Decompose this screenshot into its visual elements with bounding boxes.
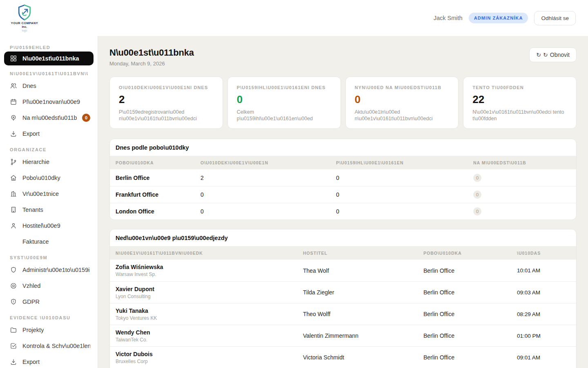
branch-name: Berlin Office — [423, 354, 517, 361]
sidebar-item-label: Export — [22, 130, 40, 137]
column-header: P\u0159ihl\u00e1\u0161en — [336, 160, 473, 165]
building-icon — [10, 190, 17, 197]
sidebar-item[interactable]: Export — [0, 354, 98, 368]
page-title-block: N\u00e1st\u011bnka Monday, March 9, 2026 — [109, 47, 194, 67]
sidebar-section-label: N\u00e1v\u0161t\u011bvn\u00edci — [10, 71, 88, 76]
logout-button[interactable]: Odhlásit se — [534, 11, 576, 25]
tenant-building-icon — [10, 206, 17, 213]
visitor-company: Bruxelles Corp — [116, 359, 303, 364]
sidebar-section-label: P\u0159ehled — [10, 45, 88, 50]
column-header: Pobo\u010dka — [116, 160, 200, 165]
arrival-table-row: Yuki TanakaTokyo Ventures KKTheo WolffBe… — [110, 303, 576, 325]
visitor-cell: Yuki TanakaTokyo Ventures KK — [116, 307, 303, 321]
top-header: YOUR COMPANY Inc. logo Jack Smith Admin … — [0, 0, 588, 36]
sidebar-item[interactable]: N\u00e1st\u011bnka — [4, 52, 94, 65]
sidebar-item[interactable]: Kontrola & Schv\u00e1len\u00ed — [0, 338, 98, 354]
column-header: O\u010dek\u00e1v\u00e1n — [200, 160, 336, 165]
host-name: Thea Wolf — [303, 267, 423, 274]
refresh-icon: ↻ — [543, 52, 548, 58]
visitor-name: Victor Dubois — [116, 351, 303, 357]
stat-card: O\u010dek\u00e1v\u00e1ni dnes2P\u0159edr… — [109, 76, 223, 129]
visitor-name: Xavier Dupont — [116, 286, 303, 292]
stat-subtext: N\u00e1v\u0161t\u011bvn\u00edci tento t\… — [472, 109, 567, 122]
sidebar-item[interactable]: Fakturace — [0, 233, 98, 249]
arrival-table-row: Wendy ChenTaiwanTek Co.Valentin Zimmerma… — [110, 325, 576, 346]
branch-table-row: Berlin Office200 — [110, 169, 576, 186]
stat-label: Nyn\u00ed na m\u00edst\u011b — [355, 85, 450, 90]
sidebar-item-label: Pobo\u010dky — [22, 175, 60, 181]
arrivals-table-header: N\u00e1v\u0161t\u011bvn\u00edkHostitelPo… — [110, 246, 576, 260]
sidebar-item-label: Tenants — [22, 206, 43, 213]
sidebar-item[interactable]: Vzhled — [0, 278, 98, 294]
sidebar-item[interactable]: Pobo\u010dky — [0, 170, 98, 186]
sidebar-item[interactable]: Hierarchie — [0, 154, 98, 170]
shield-logo-icon — [16, 4, 33, 21]
branch-summary-panel: Dnes podle pobo\u010dky Pobo\u010dkaO\u0… — [109, 139, 577, 220]
visitor-name: Zofia Wiśniewska — [116, 264, 303, 270]
sidebar-item[interactable]: Projekty — [0, 322, 98, 338]
user-icon — [10, 222, 17, 229]
sidebar-item[interactable]: Hostitel\u00e9 — [0, 218, 98, 233]
stat-subtext: Aktu\u00e1ln\u00ed n\u00e1v\u0161t\u011b… — [355, 109, 450, 122]
arrival-time: 01:00 PM — [517, 333, 570, 339]
folder-icon — [10, 326, 17, 334]
stat-value: 2 — [119, 93, 214, 106]
sidebar-item[interactable]: Vr\u00e1tnice — [0, 186, 98, 202]
calendar-icon — [10, 98, 17, 105]
shield-dot-icon — [10, 298, 17, 305]
visitor-cell: Zofia WiśniewskaWarsaw Invest Sp. — [116, 264, 303, 277]
sidebar-item[interactable]: Administr\u00e1to\u0159i — [0, 262, 98, 278]
on-site-badge: 0 — [473, 174, 481, 182]
role-badge: Admin zákazníka — [469, 13, 528, 23]
host-name: Victoria Schmidt — [303, 354, 423, 361]
users-icon — [10, 82, 17, 90]
logo-caption: logo — [22, 29, 27, 32]
on-site-badge: 0 — [473, 207, 481, 215]
sidebar-item[interactable]: Na m\u00edst\u011b0 — [0, 110, 98, 126]
host-name: Theo Wolff — [303, 311, 423, 317]
recent-arrivals-panel: Ned\u00e1vn\u00e9 p\u0159\u00edjezdy N\u… — [109, 229, 577, 368]
sidebar-item-label: Hierarchie — [22, 159, 49, 165]
visitor-name: Yuki Tanaka — [116, 307, 303, 314]
stat-label: Tento t\u00fdden — [472, 85, 567, 90]
sidebar-item-label: Na m\u00edst\u011b — [22, 114, 77, 121]
branch-name: London Office — [116, 208, 200, 215]
arrival-time: 10:01 AM — [517, 267, 570, 274]
download-icon — [10, 130, 17, 137]
column-header: Pobo\u010dka — [423, 251, 517, 256]
check-square-icon — [10, 342, 17, 350]
branch-name: Berlin Office — [423, 267, 517, 274]
sidebar-item[interactable]: Tenants — [0, 202, 98, 218]
column-header: Na m\u00edst\u011b — [473, 160, 570, 165]
expected-count: 0 — [200, 191, 336, 198]
company-logo: YOUR COMPANY Inc. logo — [9, 4, 40, 32]
arrival-time: 09:03 AM — [517, 289, 570, 296]
page-title: N\u00e1st\u011bnka — [109, 47, 194, 58]
arrivals-table-body: Zofia WiśniewskaWarsaw Invest Sp.Thea Wo… — [110, 260, 576, 368]
sidebar-section-label: Evidence \u010dasu — [10, 315, 88, 320]
stat-value: 22 — [472, 93, 567, 106]
sidebar-item[interactable]: Export — [0, 126, 98, 141]
branch-table-body: Berlin Office200Frankfurt Office000Londo… — [110, 169, 576, 220]
sidebar-item-label: Kontrola & Schv\u00e1len\u00ed — [22, 343, 90, 349]
sidebar-item-label: Fakturace — [22, 238, 49, 245]
sidebar-item[interactable]: GDPR — [0, 294, 98, 310]
stat-card: P\u0159ihl\u00e1\u0161eni dnes0Celkem p\… — [227, 76, 341, 129]
branch-name: Berlin Office — [423, 289, 517, 296]
shield-icon — [10, 266, 17, 274]
sidebar-item[interactable]: Pl\u00e1novan\u00e9 — [0, 94, 98, 110]
sidebar-item[interactable]: Dnes — [0, 78, 98, 94]
page-date: Monday, March 9, 2026 — [109, 61, 194, 67]
sidebar-item-label: Vr\u00e1tnice — [22, 191, 59, 197]
refresh-button[interactable]: ↻ ↻ Obnovit — [529, 47, 577, 62]
signed-in-count: 0 — [336, 208, 473, 215]
dashboard-icon — [10, 55, 17, 62]
page-header: N\u00e1st\u011bnka Monday, March 9, 2026… — [109, 47, 577, 67]
home-icon — [10, 174, 17, 182]
sidebar-item-label: Hostitel\u00e9 — [22, 222, 60, 229]
branch-name: Frankfurt Office — [116, 191, 200, 198]
visitor-cell: Xavier DupontLyon Consulting — [116, 286, 303, 299]
refresh-icon: ↻ — [536, 52, 541, 58]
target-icon — [10, 282, 17, 289]
host-name: Valentin Zimmermann — [303, 332, 423, 339]
